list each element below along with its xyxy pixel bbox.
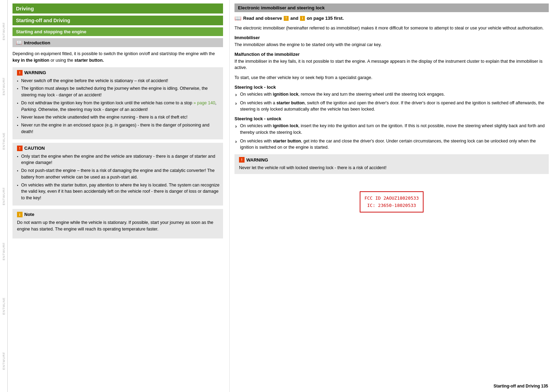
note-text: Do not warm up the engine while the vehi… <box>17 219 220 233</box>
read-observe-text: Read and observe <box>243 16 282 21</box>
page-footer: Starting-off and Driving 135 <box>494 384 548 389</box>
caution-title: ! CAUTION <box>17 146 220 151</box>
warning-item-3: Do not withdraw the ignition key from th… <box>17 100 220 113</box>
malfunction-text: If the immobiliser in the key fails, it … <box>234 58 549 71</box>
note-title: i Note <box>17 212 220 217</box>
immobiliser-body: The electronic immobiliser (hereinafter … <box>234 25 549 32</box>
steering-lock-item-2: On vehicles with a starter button, switc… <box>234 100 549 113</box>
right-column: Electronic immobiliser and steering lock… <box>230 0 555 392</box>
fcc-line2: IC: 23650-18020533 <box>365 202 419 209</box>
header-starting: Starting-off and Driving <box>12 16 223 25</box>
warning2-icon: ! <box>239 157 245 163</box>
section-header-immobiliser: Electronic immobiliser and steering lock <box>234 3 549 12</box>
intro-label: Introduction <box>24 40 50 45</box>
immobiliser-heading: Immobiliser <box>234 35 549 40</box>
caution-item-3: On vehicles with the starter button, pay… <box>17 182 220 201</box>
warning-item-2: The ignition must always be switched dur… <box>17 85 220 98</box>
orange-icon-1: ! <box>284 16 289 21</box>
steering-unlock-item-1: On vehicles with ignition lock, insert t… <box>234 123 549 136</box>
malfunction-heading: Malfunction of the immobilizer <box>234 52 549 57</box>
sidebar-label-7: ENTWURF <box>2 352 6 370</box>
sidebar-label-6: ENTMLNE <box>2 297 6 315</box>
left-column: Driving Starting-off and Driving Startin… <box>8 0 230 392</box>
warning2-text: Never let the vehicle roll with locked s… <box>239 165 545 171</box>
steering-unlock-item-2: On vehicles with starter button, get int… <box>234 138 549 151</box>
warning-box: ! WARNING Never switch off the engine be… <box>12 67 223 139</box>
malfunction-text2: To start, use the other vehicle key or s… <box>234 75 549 81</box>
fcc-id-box: FCC ID 2AOUZ18020533 IC: 23650-18020533 <box>360 191 424 213</box>
caution-box: ! CAUTION Only start the engine when the… <box>12 143 223 206</box>
intro-body-text: Depending on equipment fitted, it is pos… <box>12 51 223 64</box>
note-box: i Note Do not warm up the engine while t… <box>12 209 223 239</box>
warning-title: ! WARNING <box>17 70 220 76</box>
sidebar-label-5: ENTWURF <box>2 242 6 260</box>
sidebar-label-1: ENTWURF <box>2 22 6 40</box>
fcc-line1: FCC ID 2AOUZ18020533 <box>365 195 419 202</box>
warning-item-4: Never leave the vehicle unattended with … <box>17 114 220 121</box>
warning-item-5: Never run the engine in an enclosed spac… <box>17 122 220 135</box>
steering-lock-item-1: On vehicles with ignition lock, remove t… <box>234 91 549 98</box>
read-observe-suffix: on page 135 first. <box>307 16 344 21</box>
warning-item-1: Never switch off the engine before the v… <box>17 78 220 84</box>
sidebar-label-4: ENTWURF <box>2 187 6 205</box>
warning-box-2: ! WARNING Never let the vehicle roll wit… <box>234 154 549 174</box>
note-icon: i <box>17 212 23 217</box>
caution-icon: ! <box>17 146 23 151</box>
sidebar-label-3: ENTMLNE <box>2 132 6 150</box>
steering-lock-heading: Steering lock - lock <box>234 85 549 90</box>
page-link[interactable]: » page 140 <box>194 101 215 105</box>
read-observe-and: and <box>290 16 298 21</box>
sidebar-label-2: ENTWURF <box>2 77 6 95</box>
caution-item-2: Do not push-start the engine – there is … <box>17 167 220 181</box>
header-intro: 📖 Introduction <box>12 38 223 47</box>
caution-item-1: Only start the engine when the engine an… <box>17 153 220 166</box>
book-icon-intro: 📖 <box>16 40 22 45</box>
sidebar-left: ENTWURF ENTWURF ENTMLNE ENTWURF ENTWURF … <box>0 0 8 392</box>
book-icon-observe: 📖 <box>234 15 241 21</box>
immobiliser-text: The immobilizer allows the engine to be … <box>234 42 549 48</box>
fcc-container: FCC ID 2AOUZ18020533 IC: 23650-18020533 <box>234 181 549 223</box>
steering-unlock-heading: Steering lock - unlock <box>234 116 549 121</box>
header-driving: Driving <box>12 3 223 14</box>
orange-icon-2: i <box>300 16 305 21</box>
warning-icon: ! <box>17 70 23 76</box>
main-content: Driving Starting-off and Driving Startin… <box>8 0 555 392</box>
warning2-title: ! WARNING <box>239 157 545 163</box>
read-observe-line: 📖 Read and observe ! and i on page 135 f… <box>234 15 549 21</box>
header-sub: Starting and stopping the engine <box>12 27 223 36</box>
